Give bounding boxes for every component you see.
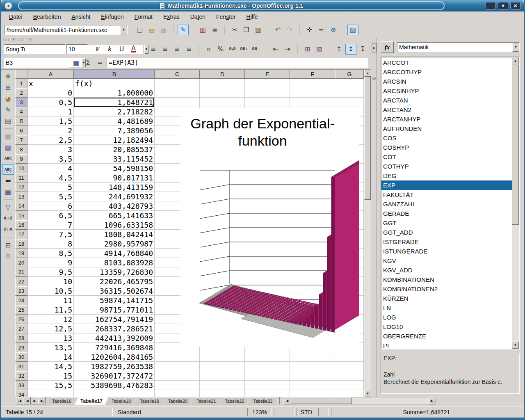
align-bottom-button[interactable]: ↧ [357, 44, 368, 55]
function-item-ARCCOT[interactable]: ARCCOT [381, 58, 512, 67]
row-header-20[interactable]: 20 [15, 258, 27, 267]
sheet-tab-tabelle19[interactable]: Tabelle19 [134, 397, 165, 405]
row-header-21[interactable]: 21 [15, 267, 27, 277]
cell-A23[interactable]: 10,5 [27, 286, 74, 296]
cell-F1[interactable] [290, 79, 335, 88]
number-currency-button[interactable]: ¤ [203, 44, 214, 55]
cell-B16[interactable]: 1096,633158 [74, 220, 155, 230]
cut-button[interactable]: ✂ [229, 25, 240, 35]
cell-G32[interactable] [335, 371, 364, 381]
insert-chart-button[interactable]: ◕ [2, 94, 14, 104]
open-document-button[interactable]: ▤ [146, 25, 157, 35]
menu-fenster[interactable]: Fenster [211, 12, 241, 21]
cell-B14[interactable]: 403,428793 [74, 201, 155, 211]
cell-F30[interactable] [290, 352, 335, 362]
hyperlink-button[interactable]: ⊕ [328, 25, 339, 35]
cell-reference-input[interactable] [4, 58, 82, 67]
cell-B8[interactable]: 20,085537 [74, 145, 155, 154]
function-item-KÜRZEN[interactable]: KÜRZEN [381, 294, 512, 303]
cell-A30[interactable]: 14 [27, 352, 74, 362]
cell-G31[interactable] [335, 362, 364, 371]
cell-B26[interactable]: 162754,791419 [74, 315, 155, 324]
cell-D1[interactable] [200, 79, 245, 88]
autofilter-button[interactable]: ▽ [2, 202, 14, 212]
cell-D30[interactable] [200, 352, 245, 362]
list-scroll-thumb[interactable] [512, 65, 519, 225]
function-item-ISTGERADE[interactable]: ISTGERADE [381, 237, 512, 247]
align-right-button[interactable]: ≡ [171, 44, 183, 55]
cell-F2[interactable] [290, 88, 335, 98]
function-item-ARCSIN[interactable]: ARCSIN [381, 77, 512, 86]
menu-format[interactable]: Format [129, 12, 158, 21]
group-button[interactable]: ⊟ [2, 240, 14, 250]
choose-themes-button[interactable]: ▩ [2, 142, 14, 153]
function-item-ARCCOTHYP[interactable]: ARCCOTHYP [381, 67, 512, 77]
function-item-OBERGRENZE[interactable]: OBERGRENZE [381, 331, 512, 341]
status-zoom[interactable]: 123% [247, 408, 272, 416]
row-header-4[interactable]: 4 [15, 107, 27, 116]
cell-B17[interactable]: 1808,042414 [74, 230, 155, 239]
menu-datei[interactable]: Datei [4, 12, 28, 21]
row-header-32[interactable]: 32 [15, 371, 27, 381]
function-item-COS[interactable]: COS [381, 133, 512, 143]
export-pdf-button[interactable]: ▥ [197, 25, 208, 35]
cell-A13[interactable]: 5,5 [27, 192, 74, 201]
function-item-ARCTANHYP[interactable]: ARCTANHYP [381, 114, 512, 124]
cell-A7[interactable]: 2,5 [27, 135, 74, 145]
cell-F33[interactable] [290, 381, 335, 390]
cell-E1[interactable] [245, 79, 290, 88]
row-header-34[interactable]: 34 [15, 390, 27, 397]
cell-D32[interactable] [200, 371, 245, 381]
row-header-17[interactable]: 17 [15, 230, 27, 239]
function-item-KOMBINATIONEN2[interactable]: KOMBINATIONEN2 [381, 284, 512, 294]
new-document-button[interactable]: ▢ [134, 25, 145, 35]
cell-A32[interactable]: 15 [27, 371, 74, 381]
cell-B3[interactable]: 1,648721 [74, 98, 155, 107]
italic-button[interactable]: k [104, 44, 115, 55]
function-item-ARCTAN[interactable]: ARCTAN [381, 96, 512, 105]
decrease-indent-button[interactable]: ⇤ [270, 44, 281, 55]
row-header-24[interactable]: 24 [15, 296, 27, 305]
sort-ascending-button[interactable]: A↓Z [2, 213, 14, 224]
cell-G2[interactable] [335, 88, 364, 98]
row-header-28[interactable]: 28 [15, 333, 27, 343]
category-dropdown-button[interactable]: ▼ [512, 43, 519, 52]
cell-A26[interactable]: 12 [27, 315, 74, 324]
cell-A3[interactable]: 0,5 [27, 98, 74, 107]
previous-sheet-button[interactable]: ◀ [23, 397, 31, 404]
maximize-button[interactable]: ▼ [498, 2, 508, 10]
row-header-16[interactable]: 16 [15, 220, 27, 230]
cell-A27[interactable]: 12,5 [27, 324, 74, 333]
bold-button[interactable]: F [92, 44, 103, 55]
cell-C30[interactable] [155, 352, 200, 362]
column-header-A[interactable]: A [27, 70, 74, 79]
function-item-ARCTAN2[interactable]: ARCTAN2 [381, 105, 512, 114]
row-header-6[interactable]: 6 [15, 126, 27, 135]
sheet-tab-tabelle21[interactable]: Tabelle21 [191, 397, 221, 405]
function-item-GANZZAHL[interactable]: GANZZAHL [381, 199, 512, 209]
minimize-button[interactable]: _ [486, 2, 496, 10]
panel-hide-button[interactable]: ▶ [372, 43, 377, 52]
toolbar-collapse-button[interactable]: ▼ [11, 38, 16, 41]
scroll-left-button[interactable]: ◀ [283, 397, 290, 404]
navigator-button[interactable]: ✛ [304, 25, 315, 35]
cell-A2[interactable]: 0 [27, 88, 74, 98]
cell-B28[interactable]: 442413,392009 [74, 333, 155, 343]
menu-hilfe[interactable]: Hilfe [241, 12, 263, 21]
underline-button[interactable]: U [116, 44, 127, 55]
number-standard-button[interactable]: 0,0 [227, 44, 238, 55]
cell-A25[interactable]: 11,5 [27, 305, 74, 315]
row-header-15[interactable]: 15 [15, 211, 27, 220]
cell-E3[interactable] [245, 98, 290, 107]
cell-F3[interactable] [290, 98, 335, 107]
menu-bearbeiten[interactable]: Bearbeiten [28, 12, 66, 21]
cell-D3[interactable] [200, 98, 245, 107]
row-header-33[interactable]: 33 [15, 381, 27, 390]
cell-A10[interactable]: 4 [27, 164, 74, 173]
function-item-GGT[interactable]: GGT [381, 218, 512, 228]
row-header-9[interactable]: 9 [15, 154, 27, 164]
sheet-tab-tabelle20[interactable]: Tabelle20 [162, 397, 193, 405]
row-header-18[interactable]: 18 [15, 239, 27, 249]
row-header-12[interactable]: 12 [15, 183, 27, 192]
justify-button[interactable]: ≡ [183, 44, 194, 55]
